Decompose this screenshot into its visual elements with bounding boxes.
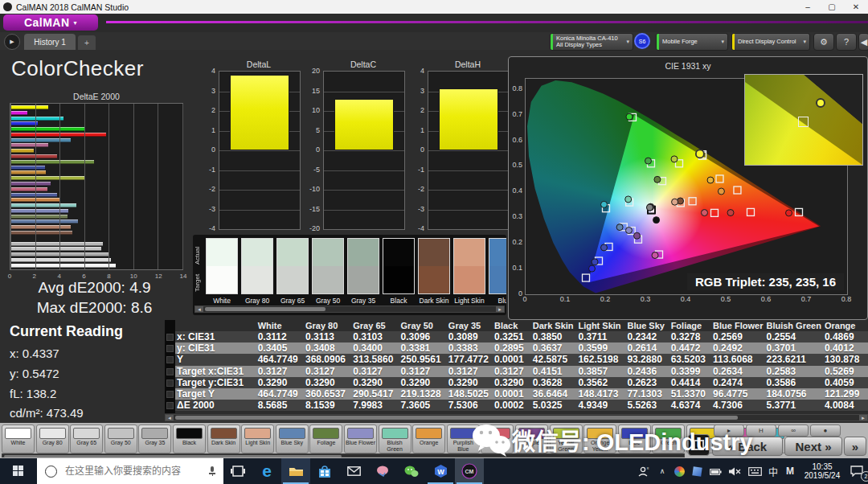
swatch-scroll-thumb[interactable] xyxy=(205,307,326,311)
scroll-left-arrow[interactable]: ◄ xyxy=(166,415,174,420)
patch-button-blue[interactable]: Blue xyxy=(618,425,651,453)
calman-logo-menu[interactable]: CalMAN ▾ xyxy=(3,14,98,31)
swatch-scrollbar[interactable]: ◄► xyxy=(194,306,505,313)
row-label: ΔE 2000 xyxy=(175,400,256,411)
calman-taskbar-button[interactable]: CM xyxy=(455,458,484,484)
ime-indicator[interactable]: 中 xyxy=(765,458,781,484)
table-scroll-thumb[interactable] xyxy=(175,416,738,420)
patch-button-yellow-green[interactable]: Yellow Green xyxy=(550,425,583,453)
search-input[interactable] xyxy=(63,465,209,478)
patch-button-gray-50[interactable]: Gray 50 xyxy=(104,425,137,453)
taskbar-search[interactable] xyxy=(37,458,223,484)
patch-button-purple[interactable]: Purple xyxy=(515,425,548,453)
battery-tray-button[interactable] xyxy=(706,458,725,484)
store-button[interactable] xyxy=(310,458,339,484)
play-button[interactable]: ▶ xyxy=(4,34,20,50)
row-handle[interactable] xyxy=(166,368,174,375)
patch-button-green[interactable]: Green xyxy=(652,425,685,453)
patch-button-gray-80[interactable]: Gray 80 xyxy=(36,425,69,453)
row-handle[interactable] xyxy=(166,345,174,352)
table-cell: 0.3405 xyxy=(256,342,304,354)
patch-button-blue-sky[interactable]: Blue Sky xyxy=(276,425,309,453)
task-view-button[interactable] xyxy=(223,458,252,484)
maximize-button[interactable]: ▢ xyxy=(820,2,844,11)
action-center-button[interactable]: 2 xyxy=(845,458,868,484)
cie-y-tick-label: 0.6 xyxy=(509,136,522,144)
swatch-target xyxy=(454,266,485,293)
session-tool-button-2[interactable]: H xyxy=(746,425,776,437)
s6-badge[interactable]: S6 xyxy=(634,33,650,49)
patch-button-blue-flower[interactable]: Blue Flower xyxy=(344,425,377,453)
patch-button-dark-skin[interactable]: Dark Skin xyxy=(207,425,240,453)
clock-tray-button[interactable]: 10:35 2019/5/24 xyxy=(799,458,845,484)
max-de2000-value: Max dE2000: 8.6 xyxy=(0,299,189,317)
scroll-right-arrow[interactable]: ► xyxy=(859,415,867,420)
mail-button[interactable] xyxy=(339,458,368,484)
next-button[interactable]: Next » xyxy=(784,437,842,456)
table-cell: 0.2554 xyxy=(764,331,822,342)
row-handle[interactable] xyxy=(166,379,174,387)
swatch-actual xyxy=(242,239,272,266)
patch-button-foliage[interactable]: Foliage xyxy=(309,425,342,453)
minimize-button[interactable]: – xyxy=(796,2,820,11)
row-handle[interactable] xyxy=(166,391,174,398)
patch-button-orange-yellow[interactable]: Orange Yellow xyxy=(583,425,616,453)
wps-button[interactable]: W xyxy=(426,458,455,484)
microphone-icon[interactable] xyxy=(209,466,215,476)
row-handle[interactable] xyxy=(166,402,174,409)
patch-button-bluish-green[interactable]: Bluish Green xyxy=(379,425,411,453)
session-tool-button-3[interactable]: ∞ xyxy=(778,425,809,437)
patchbar-scrollbar[interactable] xyxy=(2,453,685,457)
stop-measure-button[interactable] xyxy=(688,434,710,456)
meter-dropdown[interactable]: Konica Minolta CA-410 All Display Types … xyxy=(550,33,633,51)
edge-browser-button[interactable]: e xyxy=(252,458,281,484)
help-button[interactable]: ? xyxy=(836,33,857,51)
people-button[interactable]: ᴿ xyxy=(633,458,654,484)
add-tab-button[interactable]: + xyxy=(78,35,96,50)
tab-history-1[interactable]: History 1 xyxy=(24,34,76,50)
scroll-left-arrow[interactable]: ◄ xyxy=(195,306,203,312)
tray-box-app[interactable] xyxy=(688,458,706,484)
patch-button-gray-35[interactable]: Gray 35 xyxy=(138,425,171,453)
patch-button-light-skin[interactable]: Light Skin xyxy=(241,425,274,453)
source-dropdown[interactable]: Mobile Forge ▾ xyxy=(656,33,728,51)
patch-button-gray-65[interactable]: Gray 65 xyxy=(70,425,103,453)
expand-nav-button[interactable]: » xyxy=(844,437,866,456)
column-header-blue-flower: Blue Flower xyxy=(711,320,764,331)
patchbar-scroll-thumb[interactable] xyxy=(4,455,342,457)
table-scrollbar[interactable]: ◄ ► xyxy=(165,414,868,421)
table-cell: 4.6374 xyxy=(669,400,711,411)
pink-app-button[interactable] xyxy=(368,458,397,484)
patch-button-purplish-blue[interactable]: Purplish Blue xyxy=(447,425,480,453)
chevron-left-icon: ◀ xyxy=(861,37,867,47)
close-button[interactable]: ✕ xyxy=(844,2,868,11)
wechat-button[interactable] xyxy=(397,458,426,484)
session-tool-button-4[interactable]: ● xyxy=(810,425,841,437)
row-handle[interactable] xyxy=(166,334,174,341)
session-tool-button-1[interactable]: ▸ xyxy=(714,425,744,437)
file-explorer-button[interactable] xyxy=(281,458,310,484)
back-button[interactable]: « Back xyxy=(712,437,783,456)
swatch-actual xyxy=(419,239,449,266)
volume-muted-button[interactable] xyxy=(725,458,744,484)
touch-keyboard-button[interactable] xyxy=(744,458,765,484)
scroll-right-arrow[interactable]: ► xyxy=(496,306,504,312)
column-header-light-skin: Light Skin xyxy=(576,320,625,331)
table-cell: 113.6068 xyxy=(711,354,764,365)
collapse-panel-button[interactable]: ◀ xyxy=(858,33,868,51)
ime-mode-indicator[interactable]: M xyxy=(781,458,799,484)
patch-button-white[interactable]: White xyxy=(2,425,35,453)
tray-color-app[interactable] xyxy=(670,458,688,484)
row-handle[interactable] xyxy=(166,356,174,363)
settings-button[interactable]: ⚙ xyxy=(813,33,834,51)
start-button[interactable] xyxy=(0,458,37,484)
patch-label: Blue Sky xyxy=(276,440,308,446)
display-control-dropdown[interactable]: Direct Display Control ▾ xyxy=(731,33,810,51)
table-cell: 0.2436 xyxy=(625,366,669,377)
table-cell: 0.3399 xyxy=(669,366,711,377)
patch-button-orange[interactable]: Orange xyxy=(412,425,445,453)
show-hidden-icons-button[interactable]: ∧ xyxy=(654,458,670,484)
patch-button-black[interactable]: Black xyxy=(173,425,206,453)
patch-button-moderate-red[interactable]: Moderate Red xyxy=(481,425,514,453)
swatch-target xyxy=(489,266,506,293)
